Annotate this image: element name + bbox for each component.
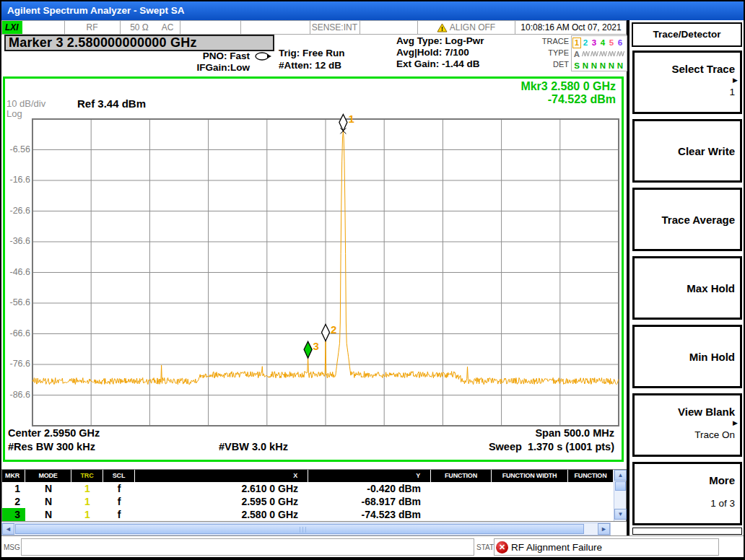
scale-per-div-label: 10 dB/div xyxy=(6,98,45,109)
sweep-label: Sweep 1.370 s (1001 pts) xyxy=(489,441,614,452)
marker-table-cell-function_width xyxy=(492,508,568,521)
marker-table-body: 1N1f2.610 0 GHz-0.420 dBm2N1f2.595 0 GHz… xyxy=(2,482,626,521)
marker-table-cell-trc: 1 xyxy=(71,495,103,508)
active-function-readout: Marker 3 2.580000000000 GHz xyxy=(4,35,274,51)
marker-table-hscrollbar[interactable]: ◄ ► xyxy=(1,522,611,535)
res-bw-label: #Res BW 300 kHz xyxy=(8,441,95,452)
msg-field xyxy=(21,538,474,556)
menu-header: Trace/Detector xyxy=(632,22,742,47)
attenuation-label: #Atten: 12 dB xyxy=(279,60,341,71)
marker-number-label: 1 xyxy=(348,113,354,125)
softkey-menu-panel: Trace/Detector Select Trace▶1Clear Write… xyxy=(628,20,744,535)
marker-readout-freq: Mkr3 2.580 0 GHz xyxy=(520,80,616,93)
trace-types-row: A xyxy=(572,48,626,60)
divider xyxy=(360,21,360,34)
marker-table-row[interactable]: 3N1f2.580 0 GHz-74.523 dBm xyxy=(2,508,614,521)
menu-button-clear-write[interactable]: Clear Write xyxy=(632,119,742,183)
datetime-indicator: 10:08:16 AM Oct 07, 2021 xyxy=(515,21,627,34)
menu-button-label: View Blank xyxy=(678,406,735,418)
spectrum-display: 123 Mkr3 2.580 0 GHz -74.523 dBm 10 dB/d… xyxy=(3,76,624,462)
menu-button-select-trace[interactable]: Select Trace▶1 xyxy=(632,51,742,114)
marker-table-cell-function xyxy=(431,508,492,521)
marker-table-cell-mode: N xyxy=(25,482,71,495)
marker-table-row[interactable]: 2N1f2.595 0 GHz-68.917 dBm xyxy=(2,495,614,508)
ifgain-label: IFGain:Low xyxy=(173,62,250,73)
marker-readout-ampl: -74.523 dBm xyxy=(520,93,616,106)
menu-button-label: Min Hold xyxy=(689,351,735,363)
center-freq-label: Center 2.5950 GHz xyxy=(8,427,100,439)
marker-diamond xyxy=(304,341,312,358)
trace-detector: S xyxy=(572,61,581,71)
trace-type-icon: A xyxy=(572,50,581,59)
marker-table-cell-function_value xyxy=(568,482,614,495)
det-row-label: DET xyxy=(518,60,569,69)
divider xyxy=(120,21,121,34)
trigger-label: Trig: Free Run xyxy=(279,48,345,58)
scroll-left-button[interactable]: ◄ xyxy=(2,523,14,535)
menu-button-label: Select Trace xyxy=(671,63,735,75)
menu-button-trace-average[interactable]: Trace Average xyxy=(632,188,742,251)
vbw-label: #VBW 3.0 kHz xyxy=(219,441,288,452)
menu-button-label: More xyxy=(709,474,735,486)
menu-endbox xyxy=(632,528,742,535)
span-label: Span 500.0 MHz xyxy=(535,427,614,439)
trace-detector: N xyxy=(607,61,616,71)
trace-type-icon xyxy=(607,50,616,59)
marker-table-cell-mkr: 3 xyxy=(2,508,25,521)
filler xyxy=(611,521,627,535)
marker-table-cell-trc: 1 xyxy=(71,482,103,495)
y-tick-label: -86.6 xyxy=(5,390,30,400)
marker-table-column-header: MKR xyxy=(2,470,25,482)
scroll-right-button[interactable]: ► xyxy=(598,523,610,535)
marker-number-label: 2 xyxy=(331,323,336,336)
trace-detector: N xyxy=(598,61,607,71)
instrument-window: Agilent Spectrum Analyzer - Swept SA LXI… xyxy=(0,0,745,560)
scroll-down-button[interactable]: ▼ xyxy=(614,509,627,520)
marker-table-cell-mkr: 1 xyxy=(2,482,25,495)
divider xyxy=(180,21,180,34)
y-tick-label: -66.6 xyxy=(5,328,30,338)
trace-detector: N xyxy=(581,61,590,71)
marker-table-cell-function_value xyxy=(568,508,614,521)
marker-readout: Mkr3 2.580 0 GHz -74.523 dBm xyxy=(520,80,616,106)
marker-table-cell-mode: N xyxy=(25,508,71,521)
hscroll-thumb[interactable] xyxy=(15,524,584,534)
trace-detectors-row: SNNNNN xyxy=(572,60,626,71)
menu-button-sub-label: 1 xyxy=(729,87,735,97)
trace-type-icon xyxy=(590,50,598,59)
trace-number: 5 xyxy=(607,38,616,48)
y-tick-label: -76.6 xyxy=(5,359,30,369)
pno-label: PNO: Fast xyxy=(173,51,250,61)
marker-table-column-header: FUNCTION xyxy=(431,470,492,482)
marker-table: MKRMODETRCSCLXYFUNCTIONFUNCTION WIDTHFUN… xyxy=(1,469,627,522)
status-field: ✕ RF Alignment Failure xyxy=(494,538,719,556)
menu-button-sub-label: Trace On xyxy=(694,429,735,440)
y-tick-label: -6.56 xyxy=(5,144,30,154)
warning-icon: ! xyxy=(437,23,448,32)
menu-button-label: Max Hold xyxy=(687,282,735,294)
trace-detector: N xyxy=(590,61,598,71)
menu-button-min-hold[interactable]: Min Hold xyxy=(632,325,742,388)
sweep-loop-icon xyxy=(254,51,271,64)
marker-table-cell-function_width xyxy=(492,495,568,508)
menu-button-view-blank[interactable]: View Blank▶Trace On xyxy=(632,393,742,457)
scroll-up-button[interactable]: ▲ xyxy=(614,470,627,481)
marker-table-cell-trc: 1 xyxy=(71,508,103,521)
spectrum-plot: 123 xyxy=(5,79,622,460)
marker-table-column-header: FUNCTION WIDTH xyxy=(492,470,568,482)
marker-table-cell-scl: f xyxy=(103,495,135,508)
menu-button-label: Trace Average xyxy=(662,214,735,226)
menu-button-more[interactable]: More1 of 3 xyxy=(632,462,742,525)
window-title: Agilent Spectrum Analyzer - Swept SA xyxy=(1,1,744,20)
trace-type-icon xyxy=(598,50,607,59)
ext-gain-label: Ext Gain: -1.44 dB xyxy=(396,58,480,69)
submenu-arrow-icon: ▶ xyxy=(733,76,738,84)
menu-button-max-hold[interactable]: Max Hold xyxy=(632,256,742,320)
svg-text:!: ! xyxy=(441,25,443,32)
vscroll-thumb[interactable] xyxy=(615,481,626,491)
marker-table-vscrollbar[interactable]: ▲ ▼ xyxy=(614,470,626,521)
rf-indicator: RF xyxy=(64,21,120,34)
divider xyxy=(240,21,241,34)
marker-table-row[interactable]: 1N1f2.610 0 GHz-0.420 dBm xyxy=(2,482,614,495)
trace-number: 6 xyxy=(616,38,624,48)
